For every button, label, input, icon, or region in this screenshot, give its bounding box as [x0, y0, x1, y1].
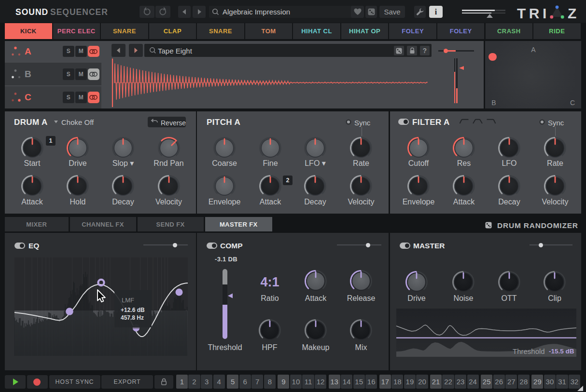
svg-text:457.8 Hz: 457.8 Hz — [121, 314, 144, 321]
svg-text:+12.6 dB: +12.6 dB — [121, 307, 145, 313]
svg-text:LMF: LMF — [122, 297, 134, 304]
